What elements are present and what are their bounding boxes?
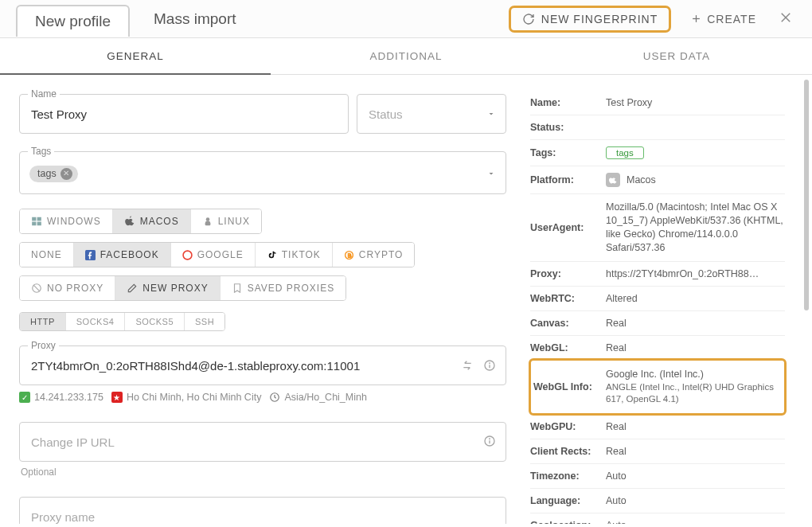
preset-tiktok[interactable]: TIKTOK: [256, 243, 333, 267]
summary-row-platform: Platform:Macos: [530, 166, 785, 194]
preset-google-label: GOOGLE: [197, 249, 244, 260]
os-windows-label: WINDOWS: [47, 216, 101, 227]
chevron-down-icon: [486, 169, 496, 178]
flag-icon: ★: [111, 392, 123, 403]
change-ip-input[interactable]: [29, 435, 483, 450]
tab-new-profile[interactable]: New profile: [16, 5, 130, 37]
proxy-ip: ✓ 14.241.233.175: [19, 392, 103, 403]
scrollbar[interactable]: [804, 80, 809, 310]
summary-value: Macos: [606, 166, 785, 194]
summary-value: Real: [606, 310, 785, 335]
summary-value: Google Inc. (Intel Inc.)ANGLE (Intel Inc…: [606, 360, 785, 414]
protocol-segment: HTTP SOCKS4 SOCKS5 SSH: [19, 312, 225, 331]
proxy-mode-none-label: NO PROXY: [47, 283, 103, 294]
proxy-tz-value: Asia/Ho_Chi_Minh: [284, 392, 367, 403]
create-button[interactable]: CREATE: [682, 8, 764, 30]
summary-value: https://2TYt4bmrOn_0:2oRTH88…: [606, 261, 785, 286]
svg-rect-5: [37, 217, 41, 221]
subtab-user-data[interactable]: USER DATA: [541, 38, 812, 74]
protocol-http[interactable]: HTTP: [20, 313, 66, 330]
form-panel: Name Tags tags ✕: [0, 75, 525, 524]
summary-row-webgl: WebGL:Real: [530, 335, 785, 360]
close-button[interactable]: [775, 7, 796, 30]
tags-label: Tags: [28, 146, 54, 157]
subtab-general[interactable]: GENERAL: [0, 38, 271, 74]
proxy-mode-none[interactable]: NO PROXY: [20, 276, 115, 300]
summary-key: WebRTC:: [530, 286, 606, 310]
svg-rect-4: [32, 217, 36, 221]
summary-value: Real: [606, 335, 785, 360]
edit-icon: [127, 283, 138, 294]
tab-mass-import[interactable]: Mass import: [136, 4, 253, 34]
summary-key: WebGL:: [530, 335, 606, 360]
plus-icon: [690, 13, 702, 25]
status-input[interactable]: [367, 107, 486, 122]
preset-none[interactable]: NONE: [20, 243, 74, 267]
tiktok-icon: [267, 250, 277, 260]
proxy-name-field[interactable]: [19, 497, 506, 524]
summary-key: Name:: [530, 91, 606, 115]
summary-row-geolocation: Geolocation:Auto: [530, 513, 785, 524]
proxy-meta: ✓ 14.241.233.175 ★ Ho Chi Minh, Ho Chi M…: [19, 392, 506, 403]
subtab-additional[interactable]: ADDITIONAL: [271, 38, 541, 74]
summary-row-name: Name:Test Proxy: [530, 91, 785, 115]
preset-tiktok-label: TIKTOK: [282, 249, 321, 260]
info-icon[interactable]: [483, 435, 496, 447]
tag-remove-icon[interactable]: ✕: [61, 168, 72, 180]
preset-none-label: NONE: [31, 249, 62, 260]
proxy-mode-new[interactable]: NEW PROXY: [115, 276, 220, 300]
svg-point-8: [205, 217, 209, 221]
preset-crypto[interactable]: CRYPTO: [333, 243, 415, 267]
name-field[interactable]: Name: [19, 94, 349, 134]
summary-row-status: Status:: [530, 115, 785, 140]
info-icon[interactable]: [483, 359, 496, 372]
summary-table: Name:Test Proxy Status: Tags:tags Platfo…: [530, 91, 785, 524]
change-ip-field[interactable]: [19, 422, 506, 462]
proxy-name-input[interactable]: [29, 509, 496, 525]
summary-value: Real: [606, 439, 785, 463]
ban-icon: [31, 283, 42, 294]
proxy-mode-new-label: NEW PROXY: [142, 283, 208, 294]
swap-icon[interactable]: [461, 359, 474, 372]
summary-value: Auto: [606, 463, 785, 488]
refresh-icon: [522, 13, 535, 25]
proxy-input[interactable]: [29, 358, 461, 373]
summary-value: Real: [606, 414, 785, 439]
summary-value: [606, 115, 785, 140]
os-macos[interactable]: MACOS: [113, 209, 191, 233]
crypto-icon: [344, 250, 354, 260]
os-windows[interactable]: WINDOWS: [20, 209, 113, 233]
summary-value: Test Proxy: [606, 91, 785, 115]
summary-key: UserAgent:: [530, 194, 606, 262]
summary-value: Auto: [606, 513, 785, 524]
protocol-socks4[interactable]: SOCKS4: [66, 313, 126, 330]
summary-key: WebGL Info:: [530, 360, 606, 414]
proxy-mode-saved[interactable]: SAVED PROXIES: [221, 276, 345, 300]
tag-pill: tags: [606, 146, 644, 159]
status-select[interactable]: [357, 94, 506, 134]
tags-field[interactable]: Tags tags ✕: [19, 151, 506, 194]
os-macos-label: MACOS: [140, 216, 179, 227]
proxy-field[interactable]: Proxy: [19, 345, 506, 385]
sub-tabs: GENERAL ADDITIONAL USER DATA: [0, 38, 812, 75]
summary-value: tags: [606, 140, 785, 166]
summary-value: Auto: [606, 488, 785, 513]
change-ip-helper: Optional: [21, 466, 505, 478]
os-linux[interactable]: LINUX: [191, 209, 261, 233]
protocol-ssh[interactable]: SSH: [185, 313, 224, 330]
proxy-timezone: Asia/Ho_Chi_Minh: [269, 392, 367, 403]
close-icon: [779, 10, 793, 25]
svg-rect-6: [32, 222, 36, 226]
tag-chip[interactable]: tags ✕: [29, 166, 78, 182]
preset-facebook[interactable]: FACEBOOK: [74, 243, 171, 267]
proxy-location: ★ Ho Chi Minh, Ho Chi Minh City: [111, 392, 262, 403]
proxy-ip-value: 14.241.233.175: [34, 392, 103, 403]
new-fingerprint-button[interactable]: NEW FINGERPRINT: [509, 6, 671, 33]
name-input[interactable]: [29, 107, 338, 122]
preset-google[interactable]: GOOGLE: [171, 243, 256, 267]
linux-icon: [202, 216, 213, 227]
create-label: CREATE: [707, 13, 756, 25]
svg-rect-7: [37, 222, 41, 226]
summary-key: Proxy:: [530, 261, 606, 286]
protocol-socks5[interactable]: SOCKS5: [125, 313, 185, 330]
